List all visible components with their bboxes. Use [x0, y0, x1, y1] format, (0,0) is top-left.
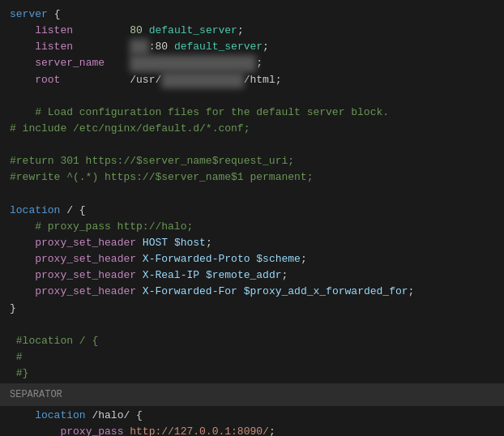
line-empty-1 — [0, 88, 504, 105]
line-proxy-proto: proxy_set_header X-Forwarded-Proto $sche… — [0, 251, 504, 267]
line-location-close: } — [0, 301, 504, 317]
line-listen-ipv6: listen ···:80 default_server; — [0, 39, 504, 55]
line-comment-include: # include /etc/nginx/default.d/*.conf; — [0, 121, 504, 137]
line-empty-4 — [0, 317, 504, 333]
line-comment-location-open: #location / { — [0, 333, 504, 349]
code-editor: server { listen 80 default_server; liste… — [0, 0, 504, 436]
line-server-open: server { — [0, 6, 504, 23]
line-comment-proxy-pass: # proxy_pass http://halo; — [0, 219, 504, 235]
line-empty-2 — [0, 137, 504, 153]
line-comment-rewrite: #rewrite ^(.*) https://$server_name$1 pe… — [0, 169, 504, 186]
line-proxy-host: proxy_set_header HOST $host; — [0, 235, 504, 251]
line-comment-return: #return 301 https://$server_name$request… — [0, 153, 504, 169]
line-listen-80: listen 80 default_server; — [0, 23, 504, 39]
line-server-name: server_name ; — [0, 55, 504, 71]
line-proxy-realip: proxy_set_header X-Real-IP $remote_addr; — [0, 267, 504, 284]
line-empty-3 — [0, 186, 504, 203]
line-root: root /usr/sha_____nginx/html; — [0, 72, 504, 88]
line-location-halo: location /halo/ { — [0, 408, 504, 424]
line-comment-location-close: #} — [0, 365, 504, 382]
line-proxy-forwarded: proxy_set_header X-Forwarded-For $proxy_… — [0, 284, 504, 300]
line-comment-hash: # — [0, 349, 504, 365]
line-location-open: location / { — [0, 203, 504, 219]
line-comment-load: # Load configuration files for the defau… — [0, 105, 504, 121]
separator-text: SEPARATOR — [10, 387, 62, 402]
line-proxy-pass-127: proxy_pass http://127.0.0.1:8090/; — [0, 424, 504, 436]
separator-bar: SEPARATOR — [0, 383, 504, 406]
